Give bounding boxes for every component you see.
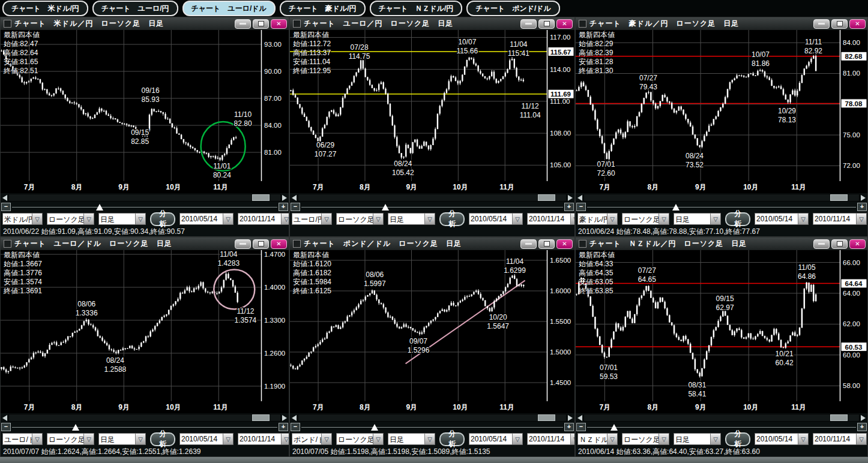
minimize-button[interactable] [235, 239, 251, 249]
scroll-left-arrow-icon[interactable] [577, 195, 582, 201]
zoom-out-button[interactable]: − [1, 423, 11, 431]
chart-scrollbar[interactable] [1, 413, 289, 422]
chart-type-select[interactable]: ローソク足▽ [622, 433, 669, 445]
dropdown-arrow-icon[interactable]: ▽ [570, 214, 575, 224]
scrollbar-thumb[interactable] [830, 414, 848, 421]
candlestick-chart[interactable]: 117.00114.00111.00108.00105.00115.67111.… [290, 30, 574, 181]
minimize-button[interactable] [813, 19, 830, 29]
window-menu-icon[interactable] [579, 20, 586, 28]
dropdown-arrow-icon[interactable]: ▽ [659, 214, 669, 224]
dropdown-arrow-icon[interactable]: ▽ [424, 434, 435, 444]
chart-type-select[interactable]: ローソク足▽ [47, 213, 94, 225]
zoom-slider-track[interactable] [12, 203, 277, 211]
window-menu-icon[interactable] [293, 240, 301, 248]
zoom-slider-thumb[interactable] [371, 424, 378, 431]
window-titlebar[interactable]: チャート ポンド／ドル ローソク足 日足 ✕ [290, 237, 574, 250]
chart-type-select[interactable]: ローソク足▽ [622, 213, 669, 225]
scrollbar-track[interactable] [298, 194, 567, 202]
maximize-button[interactable] [253, 239, 269, 249]
chart-tab[interactable]: チャート ポンド/ドル [466, 1, 560, 16]
dropdown-arrow-icon[interactable]: ▽ [856, 214, 866, 224]
scroll-left-arrow-icon[interactable] [2, 195, 7, 201]
scroll-left-arrow-icon[interactable] [577, 415, 582, 421]
zoom-slider-track[interactable] [12, 423, 277, 431]
dropdown-arrow-icon[interactable]: ▽ [373, 434, 383, 444]
zoom-slider[interactable]: − + [1, 422, 289, 431]
close-button[interactable]: ✕ [556, 239, 573, 249]
candlestick-chart[interactable]: 84.0081.0078.0075.0072.0082.6878.0807/27… [576, 30, 867, 181]
zoom-in-button[interactable]: + [564, 423, 574, 431]
period-select[interactable]: 日足▽ [674, 213, 721, 225]
chart-type-select[interactable]: ローソク足▽ [336, 213, 384, 225]
dropdown-arrow-icon[interactable]: ▽ [659, 434, 669, 444]
scrollbar-track[interactable] [583, 414, 860, 422]
period-select[interactable]: 日足▽ [674, 433, 721, 445]
chart-tab[interactable]: チャート 米ドル/円 [2, 1, 88, 16]
dropdown-arrow-icon[interactable]: ▽ [512, 214, 522, 224]
date-from-select[interactable]: 2010/05/14▽ [179, 433, 234, 445]
date-from-select[interactable]: 2010/05/14▽ [179, 213, 234, 225]
chart-type-select[interactable]: ローソク足▽ [47, 433, 94, 445]
window-titlebar[interactable]: チャート ユーロ／円 ローソク足 日足 ✕ [290, 17, 574, 30]
dropdown-arrow-icon[interactable]: ▽ [607, 434, 617, 444]
scrollbar-thumb[interactable] [252, 414, 270, 421]
window-menu-icon[interactable] [579, 240, 586, 248]
scrollbar-track[interactable] [583, 194, 860, 202]
close-button[interactable]: ✕ [849, 19, 866, 29]
dropdown-arrow-icon[interactable]: ▽ [710, 214, 720, 224]
date-from-select[interactable]: 2010/05/14▽ [755, 213, 809, 225]
chart-scrollbar[interactable] [576, 193, 867, 202]
analyze-button[interactable]: 分析 [150, 432, 175, 446]
zoom-in-button[interactable]: + [857, 423, 867, 431]
date-to-select[interactable]: 2010/11/14▽ [813, 433, 867, 445]
dropdown-arrow-icon[interactable]: ▽ [798, 434, 808, 444]
minimize-button[interactable] [520, 19, 537, 29]
window-titlebar[interactable]: チャート 豪ドル／円 ローソク足 日足 ✕ [576, 17, 867, 30]
zoom-slider[interactable]: − + [290, 422, 574, 431]
date-to-select[interactable]: 2010/11/14▽ [238, 433, 289, 445]
zoom-slider[interactable]: − + [1, 202, 289, 211]
analyze-button[interactable]: 分析 [439, 212, 465, 226]
analyze-button[interactable]: 分析 [725, 432, 750, 446]
dropdown-arrow-icon[interactable]: ▽ [32, 434, 42, 444]
dropdown-arrow-icon[interactable]: ▽ [798, 214, 808, 224]
close-button[interactable]: ✕ [849, 239, 866, 249]
zoom-slider[interactable]: − + [290, 202, 574, 211]
dropdown-arrow-icon[interactable]: ▽ [32, 214, 42, 224]
window-menu-icon[interactable] [4, 20, 11, 28]
zoom-in-button[interactable]: + [279, 203, 288, 211]
zoom-in-button[interactable]: + [279, 423, 288, 431]
analyze-button[interactable]: 分析 [439, 432, 465, 446]
analyze-button[interactable]: 分析 [150, 212, 175, 226]
dropdown-arrow-icon[interactable]: ▽ [281, 214, 289, 224]
zoom-slider-track[interactable] [587, 423, 856, 431]
dropdown-arrow-icon[interactable]: ▽ [373, 214, 383, 224]
candlestick-chart[interactable]: 93.0090.0087.0084.0081.0009/1685.9309/15… [1, 30, 289, 181]
candlestick-chart[interactable]: 1.47001.40001.33001.26001.190008/061.333… [1, 250, 289, 401]
period-select[interactable]: 日足▽ [388, 433, 435, 445]
scroll-right-arrow-icon[interactable] [282, 195, 287, 201]
dropdown-arrow-icon[interactable]: ▽ [223, 214, 233, 224]
scrollbar-thumb[interactable] [538, 194, 555, 201]
date-to-select[interactable]: 2010/11/14▽ [238, 213, 289, 225]
maximize-button[interactable] [538, 19, 555, 29]
scrollbar-track[interactable] [298, 414, 567, 422]
maximize-button[interactable] [831, 19, 848, 29]
dropdown-arrow-icon[interactable]: ▽ [83, 214, 94, 224]
pair-select[interactable]: ポンド/ドル▽ [292, 433, 332, 445]
chart-scrollbar[interactable] [1, 193, 289, 202]
window-titlebar[interactable]: チャート ユーロ／ドル ローソク足 日足 ✕ [1, 237, 289, 250]
scroll-left-arrow-icon[interactable] [292, 195, 297, 201]
chart-tab[interactable]: チャート 豪ドル/円 [280, 1, 366, 16]
window-menu-icon[interactable] [293, 20, 301, 28]
chart-scrollbar[interactable] [290, 413, 574, 422]
period-select[interactable]: 日足▽ [98, 213, 146, 225]
zoom-in-button[interactable]: + [564, 203, 574, 211]
maximize-button[interactable] [253, 19, 269, 29]
pair-select[interactable]: ユーロ/円▽ [292, 213, 332, 225]
zoom-out-button[interactable]: − [576, 203, 586, 211]
dropdown-arrow-icon[interactable]: ▽ [223, 434, 233, 444]
dropdown-arrow-icon[interactable]: ▽ [710, 434, 720, 444]
scroll-right-arrow-icon[interactable] [861, 415, 866, 421]
dropdown-arrow-icon[interactable]: ▽ [856, 434, 866, 444]
